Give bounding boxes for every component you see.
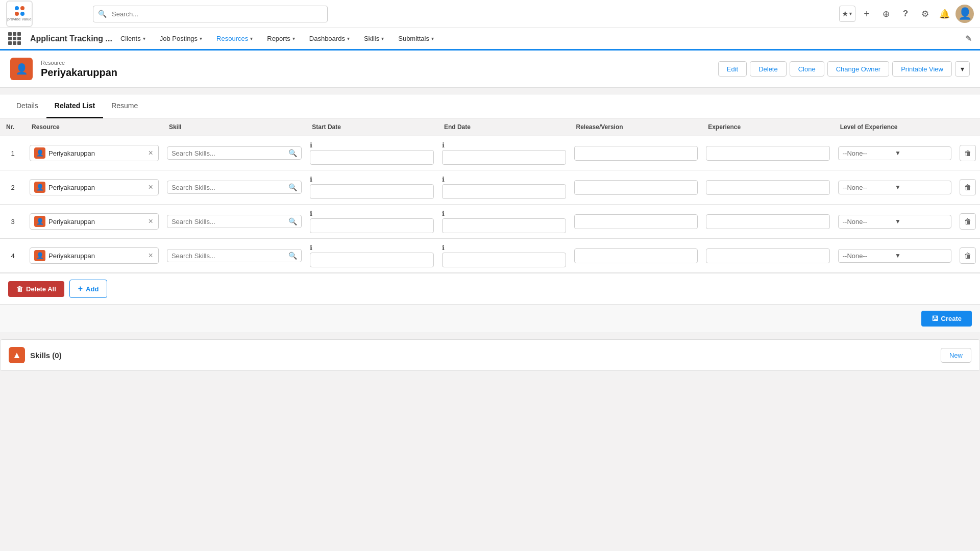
tab-details[interactable]: Details: [8, 94, 46, 118]
end-date-input[interactable]: [442, 253, 566, 267]
record-name: Periyakaruppan: [41, 67, 710, 79]
submittals-label: Submittals: [398, 35, 429, 42]
skill-search[interactable]: 🔍: [167, 146, 302, 160]
end-date-input[interactable]: [442, 150, 566, 165]
job-postings-label: Job Postings: [160, 35, 198, 42]
level-select[interactable]: --None-- ▼: [838, 249, 951, 263]
release-cell: [570, 239, 702, 273]
level-select[interactable]: --None-- ▼: [838, 181, 951, 194]
nav-submittals[interactable]: Submittals ▾: [392, 28, 440, 51]
tab-resume[interactable]: Resume: [103, 94, 146, 118]
start-date-input[interactable]: [310, 150, 434, 165]
search-input[interactable]: [93, 6, 328, 22]
nav-resources[interactable]: Resources ▾: [210, 28, 259, 51]
clone-button[interactable]: Clone: [790, 61, 824, 77]
release-input[interactable]: [574, 248, 698, 263]
delete-row-button[interactable]: 🗑: [960, 247, 976, 264]
dashboards-chevron: ▾: [347, 36, 350, 41]
level-value: --None--: [843, 218, 895, 226]
skill-search-input[interactable]: [172, 252, 288, 260]
edit-nav-icon[interactable]: ✎: [963, 32, 974, 45]
start-date-field: ℹ: [310, 210, 434, 233]
gear-icon[interactable]: ⚙: [917, 6, 933, 22]
resource-remove-button[interactable]: ×: [148, 251, 154, 260]
person-icon: 👤: [15, 63, 28, 75]
tab-related-list[interactable]: Related List: [46, 94, 103, 118]
setup-icon[interactable]: ⊕: [878, 6, 894, 22]
experience-input[interactable]: [706, 214, 830, 229]
header-actions: Edit Delete Clone Change Owner Printable…: [718, 61, 970, 77]
create-button[interactable]: 🖫 Create: [921, 311, 972, 327]
save-icon: 🖫: [932, 315, 938, 322]
experience-input[interactable]: [706, 180, 830, 195]
job-postings-chevron: ▾: [200, 36, 202, 41]
resource-cell: 👤 Periyakaruppan ×: [26, 205, 163, 239]
skill-search-input[interactable]: [172, 184, 288, 191]
more-actions-button[interactable]: ▾: [955, 61, 970, 77]
start-date-input[interactable]: [310, 218, 434, 233]
delete-all-button[interactable]: 🗑 Delete All: [8, 281, 64, 297]
chevron-down-icon: ▼: [848, 11, 853, 16]
delete-button[interactable]: Delete: [750, 61, 787, 77]
delete-row-button[interactable]: 🗑: [960, 213, 976, 230]
avatar[interactable]: 👤: [955, 5, 974, 23]
trash-icon: 🗑: [964, 217, 971, 226]
release-input[interactable]: [574, 214, 698, 229]
table-row: 1 👤 Periyakaruppan × 🔍: [0, 136, 980, 170]
col-release: Release/Version: [570, 118, 702, 136]
nav-reports[interactable]: Reports ▾: [261, 28, 301, 51]
level-select[interactable]: --None-- ▼: [838, 215, 951, 229]
col-experience: Experience: [702, 118, 834, 136]
top-nav-right: ★ ▼ + ⊕ ? ⚙ 🔔 👤: [839, 5, 974, 23]
dropdown-arrow-icon: ▼: [895, 149, 947, 157]
new-button[interactable]: New: [941, 348, 971, 363]
experience-input[interactable]: [706, 146, 830, 161]
level-select[interactable]: --None-- ▼: [838, 146, 951, 160]
delete-row-button[interactable]: 🗑: [960, 145, 976, 161]
nav-job-postings[interactable]: Job Postings ▾: [154, 28, 208, 51]
bell-icon[interactable]: 🔔: [936, 6, 952, 22]
avatar-image: 👤: [958, 7, 972, 20]
start-date-input[interactable]: [310, 253, 434, 267]
add-button[interactable]: +: [859, 6, 875, 22]
level-cell: --None-- ▼: [834, 136, 955, 170]
logo-area: provide value: [6, 1, 78, 27]
nav-clients[interactable]: Clients ▾: [114, 28, 152, 51]
release-input[interactable]: [574, 146, 698, 161]
resource-name: Periyakaruppan: [48, 218, 144, 226]
skill-search[interactable]: 🔍: [167, 215, 302, 228]
resource-remove-button[interactable]: ×: [148, 148, 154, 158]
trash-icon: 🗑: [964, 183, 971, 191]
release-input[interactable]: [574, 180, 698, 195]
resource-remove-button[interactable]: ×: [148, 217, 154, 226]
nav-dashboards[interactable]: Dashboards ▾: [303, 28, 356, 51]
favorites-button[interactable]: ★ ▼: [839, 6, 855, 22]
experience-input[interactable]: [706, 248, 830, 263]
level-cell: --None-- ▼: [834, 205, 955, 239]
reports-label: Reports: [267, 35, 290, 42]
resource-name: Periyakaruppan: [48, 149, 144, 157]
app-launcher-button[interactable]: [6, 30, 23, 47]
start-date-input[interactable]: [310, 184, 434, 199]
skill-search-input[interactable]: [172, 149, 288, 157]
change-owner-button[interactable]: Change Owner: [827, 61, 889, 77]
end-date-input[interactable]: [442, 184, 566, 199]
resource-icon: 👤: [34, 216, 45, 227]
col-end-date: End Date: [438, 118, 570, 136]
table-row: 2 👤 Periyakaruppan × 🔍: [0, 170, 980, 205]
nav-skills[interactable]: Skills ▾: [358, 28, 390, 51]
edit-button[interactable]: Edit: [718, 61, 747, 77]
end-date-input[interactable]: [442, 218, 566, 233]
start-date-field: ℹ: [310, 176, 434, 199]
add-button[interactable]: + Add: [69, 280, 108, 298]
app-logo: provide value: [6, 1, 33, 27]
resource-remove-button[interactable]: ×: [148, 183, 154, 192]
skill-search-input[interactable]: [172, 218, 288, 226]
col-nr: Nr.: [0, 118, 26, 136]
col-skill: Skill: [163, 118, 306, 136]
printable-view-button[interactable]: Printable View: [892, 61, 952, 77]
skill-search[interactable]: 🔍: [167, 181, 302, 194]
delete-row-button[interactable]: 🗑: [960, 179, 976, 195]
help-icon[interactable]: ?: [897, 6, 914, 22]
skill-search[interactable]: 🔍: [167, 249, 302, 262]
